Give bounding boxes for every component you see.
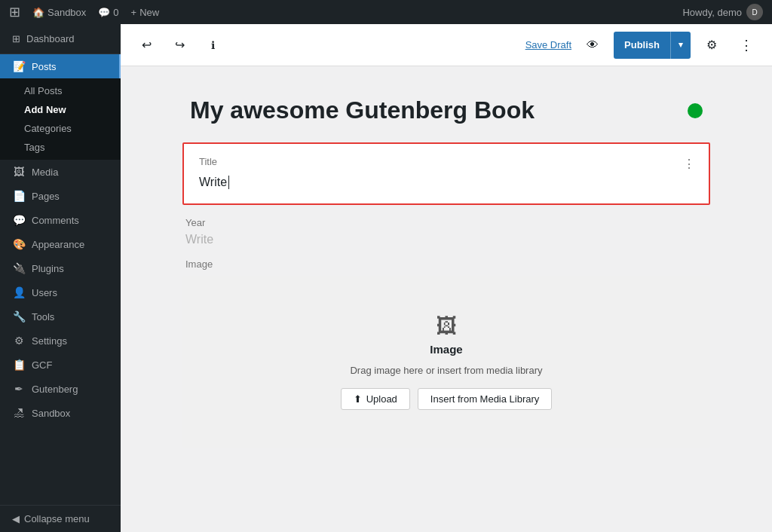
sidebar-logo[interactable]: ⊞ Dashboard bbox=[0, 24, 121, 54]
sidebar-item-sandbox[interactable]: 🏖 Sandbox bbox=[0, 401, 121, 425]
comments-count: 0 bbox=[113, 7, 118, 18]
sandbox-icon: 🏖 bbox=[12, 407, 26, 419]
image-icon-area: 🖼 Image bbox=[430, 313, 462, 356]
collapse-icon: ◀ bbox=[12, 513, 20, 524]
user-avatar: D bbox=[746, 4, 763, 20]
media-label: Media bbox=[32, 167, 58, 178]
plugins-icon: 🔌 bbox=[12, 262, 26, 274]
more-options-button[interactable]: ⋮ bbox=[733, 32, 760, 59]
site-name: Sandbox bbox=[47, 7, 86, 18]
sidebar-item-gutenberg[interactable]: ✒ Gutenberg bbox=[0, 377, 121, 401]
wp-logo-icon[interactable]: ⊞ bbox=[9, 4, 20, 20]
image-upload-icon: 🖼 bbox=[436, 313, 457, 338]
sidebar-item-comments[interactable]: 💬 Comments bbox=[0, 208, 121, 232]
sidebar-sub-categories[interactable]: Categories bbox=[0, 119, 121, 138]
editor-content: My awesome Gutenberg Book Title Write ⋮ bbox=[121, 66, 772, 532]
settings-label: Settings bbox=[32, 335, 67, 347]
sidebar-item-users[interactable]: 👤 Users bbox=[0, 280, 121, 304]
pages-label: Pages bbox=[32, 191, 60, 202]
sidebar-item-gcf[interactable]: 📋 GCF bbox=[0, 353, 121, 377]
users-icon: 👤 bbox=[12, 286, 26, 298]
upload-button[interactable]: ⬆ Upload bbox=[341, 388, 410, 410]
toolbar-left: ↩ ↪ ℹ bbox=[133, 32, 226, 59]
image-drag-text: Drag image here or insert from media lib… bbox=[350, 365, 542, 376]
text-cursor bbox=[228, 176, 229, 189]
new-label: New bbox=[139, 7, 159, 18]
title-block-label: Title bbox=[199, 156, 694, 167]
howdy-text: Howdy, demo bbox=[682, 7, 742, 18]
publish-button[interactable]: Publish ▾ bbox=[614, 32, 691, 59]
image-placeholder[interactable]: 🖼 Image Drag image here or insert from m… bbox=[182, 276, 710, 448]
sidebar: ⊞ Dashboard 📝 Posts All Posts Add New Ca… bbox=[0, 24, 121, 532]
editor-inner: My awesome Gutenberg Book Title Write ⋮ bbox=[182, 96, 710, 448]
title-block[interactable]: Title Write ⋮ bbox=[182, 142, 710, 205]
title-block-input[interactable]: Write bbox=[199, 173, 694, 191]
post-title-area: My awesome Gutenberg Book bbox=[182, 96, 710, 124]
dashboard-icon: ⊞ bbox=[12, 33, 20, 44]
sidebar-item-appearance[interactable]: 🎨 Appearance bbox=[0, 232, 121, 256]
sidebar-item-plugins[interactable]: 🔌 Plugins bbox=[0, 256, 121, 280]
appearance-icon: 🎨 bbox=[12, 238, 26, 250]
publish-dropdown-arrow[interactable]: ▾ bbox=[670, 32, 691, 59]
sandbox-label: Sandbox bbox=[32, 408, 70, 419]
image-actions: ⬆ Upload Insert from Media Library bbox=[341, 388, 553, 410]
adminbar-howdy[interactable]: Howdy, demo D bbox=[682, 4, 763, 20]
year-block-input[interactable]: Write bbox=[185, 233, 707, 246]
dashboard-label: Dashboard bbox=[26, 33, 75, 44]
upload-label: Upload bbox=[366, 393, 397, 405]
tools-label: Tools bbox=[32, 311, 54, 323]
adminbar-comments[interactable]: 💬 0 bbox=[98, 7, 118, 18]
post-title[interactable]: My awesome Gutenberg Book bbox=[190, 96, 688, 124]
sidebar-item-tools[interactable]: 🔧 Tools bbox=[0, 304, 121, 329]
comments-icon: 💬 bbox=[12, 214, 26, 226]
block-options-button[interactable]: ⋮ bbox=[679, 153, 700, 174]
users-label: Users bbox=[32, 287, 57, 298]
undo-button[interactable]: ↩ bbox=[133, 32, 160, 59]
image-block-label: Image bbox=[182, 258, 710, 270]
settings-icon: ⚙ bbox=[12, 335, 26, 347]
sidebar-sub-all-posts[interactable]: All Posts bbox=[0, 81, 121, 100]
preview-button[interactable]: 👁 bbox=[579, 32, 606, 59]
adminbar-new[interactable]: + New bbox=[131, 7, 160, 18]
save-draft-button[interactable]: Save Draft bbox=[525, 39, 571, 50]
posts-icon: 📝 bbox=[12, 60, 26, 72]
year-block[interactable]: Year Write bbox=[182, 217, 710, 246]
comments-label: Comments bbox=[32, 215, 79, 226]
sidebar-item-posts[interactable]: 📝 Posts bbox=[0, 54, 121, 78]
media-icon: 🖼 bbox=[12, 166, 26, 178]
sidebar-item-media[interactable]: 🖼 Media bbox=[0, 160, 121, 184]
adminbar-site[interactable]: 🏠 Sandbox bbox=[32, 7, 86, 18]
insert-media-button[interactable]: Insert from Media Library bbox=[418, 388, 553, 410]
gcf-label: GCF bbox=[32, 359, 52, 371]
sidebar-item-settings[interactable]: ⚙ Settings bbox=[0, 329, 121, 353]
gutenberg-icon: ✒ bbox=[12, 383, 26, 395]
year-block-label: Year bbox=[185, 217, 707, 228]
image-block: Image 🖼 Image Drag image here or insert … bbox=[182, 258, 710, 448]
editor-area: ↩ ↪ ℹ Save Draft 👁 Publish ▾ ⚙ ⋮ My awes bbox=[121, 24, 772, 532]
sidebar-sub-tags[interactable]: Tags bbox=[0, 138, 121, 157]
sidebar-sub-add-new[interactable]: Add New bbox=[0, 100, 121, 119]
status-dot bbox=[688, 103, 703, 118]
upload-icon: ⬆ bbox=[354, 393, 362, 405]
posts-label: Posts bbox=[32, 61, 57, 72]
gcf-icon: 📋 bbox=[12, 359, 26, 371]
gutenberg-label: Gutenberg bbox=[32, 384, 78, 395]
redo-button[interactable]: ↪ bbox=[166, 32, 193, 59]
image-icon-label: Image bbox=[430, 343, 462, 356]
collapse-menu[interactable]: ◀ Collapse menu bbox=[0, 505, 121, 532]
editor-toolbar: ↩ ↪ ℹ Save Draft 👁 Publish ▾ ⚙ ⋮ bbox=[121, 24, 772, 66]
tools-icon: 🔧 bbox=[12, 310, 26, 323]
appearance-label: Appearance bbox=[32, 239, 84, 250]
sidebar-item-pages[interactable]: 📄 Pages bbox=[0, 184, 121, 208]
editor-settings-button[interactable]: ⚙ bbox=[698, 32, 725, 59]
title-placeholder-text: Write bbox=[199, 176, 227, 189]
toolbar-right: Save Draft 👁 Publish ▾ ⚙ ⋮ bbox=[525, 32, 760, 59]
admin-bar: ⊞ 🏠 Sandbox 💬 0 + New Howdy, demo D bbox=[0, 0, 772, 24]
publish-label: Publish bbox=[614, 39, 670, 50]
info-button[interactable]: ℹ bbox=[199, 32, 226, 59]
posts-submenu: All Posts Add New Categories Tags bbox=[0, 78, 121, 160]
title-block-inner: Title Write bbox=[184, 144, 709, 203]
pages-icon: 📄 bbox=[12, 190, 26, 202]
collapse-label: Collapse menu bbox=[24, 513, 90, 524]
plugins-label: Plugins bbox=[32, 263, 64, 274]
